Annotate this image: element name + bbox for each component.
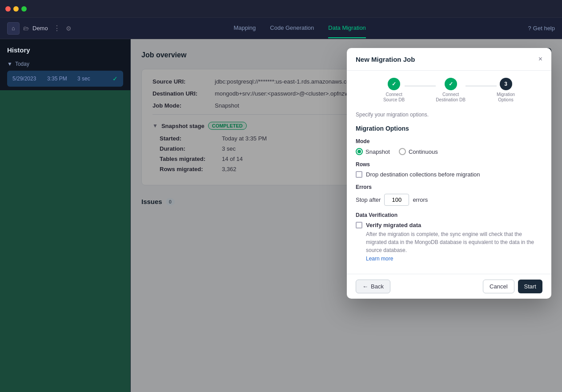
- drop-collections-checkbox-row[interactable]: Drop destination collections before migr…: [356, 171, 542, 178]
- sidebar-today-toggle[interactable]: ▼ Today: [7, 61, 123, 67]
- modal-header: New Migration Job ×: [347, 48, 551, 71]
- help-icon: ?: [528, 25, 531, 32]
- rows-label: Rows: [356, 161, 542, 168]
- step-line-1: [405, 86, 436, 86]
- options-title: Migration Options: [356, 125, 542, 132]
- more-options-button[interactable]: ⋮: [52, 24, 62, 32]
- help-label: Get help: [533, 25, 555, 32]
- verify-row: Verify migrated data After the migration…: [356, 222, 542, 262]
- tab-data-migration[interactable]: Data Migration: [328, 18, 366, 38]
- help-button[interactable]: ? Get help: [528, 25, 555, 32]
- stop-after-label: Stop after: [356, 196, 381, 203]
- check-icon: ✓: [112, 75, 118, 82]
- history-item-date: 5/29/2023: [12, 76, 44, 82]
- learn-more-link[interactable]: Learn more: [366, 256, 393, 262]
- folder-icon: 🗁: [23, 25, 29, 32]
- nav-bar: ⌂ 🗁 Demo ⋮ ⚙ Mapping Code Generation Dat…: [0, 18, 562, 39]
- modal-overlay: New Migration Job × ✓ ConnectSource DB ✓…: [131, 39, 562, 392]
- mode-section: Mode Snapshot Continuous: [356, 138, 542, 155]
- data-verification-label: Data Verification: [356, 212, 542, 218]
- verify-desc: After the migration is complete, the syn…: [366, 230, 542, 254]
- step-3-circle: 3: [500, 78, 512, 90]
- mode-label: Mode: [356, 138, 542, 144]
- back-button[interactable]: ← Back: [356, 280, 390, 293]
- tab-mapping[interactable]: Mapping: [233, 18, 256, 38]
- step-3-label: MigrationOptions: [497, 92, 515, 103]
- drop-collections-label: Drop destination collections before migr…: [366, 171, 480, 178]
- stop-after-row: Stop after 100 errors: [356, 194, 542, 206]
- close-button[interactable]: [5, 6, 11, 12]
- modal-body: Specify your migration options. Migratio…: [347, 106, 551, 274]
- nav-left: ⌂ 🗁 Demo ⋮ ⚙: [7, 22, 72, 35]
- content-area: Job overview Create sync job Source URI:…: [131, 39, 562, 392]
- errors-suffix: errors: [413, 196, 428, 203]
- project-name: Demo: [32, 25, 48, 32]
- verify-section: Verify migrated data After the migration…: [356, 222, 542, 262]
- sidebar-today-section: ▼ Today 5/29/2023 3:35 PM 3 sec ✓: [0, 57, 130, 90]
- step-migration-options: 3 MigrationOptions: [497, 78, 515, 103]
- traffic-lights: [5, 6, 27, 12]
- nav-tabs: Mapping Code Generation Data Migration: [75, 18, 525, 38]
- data-verification-section: Data Verification Verify migrated data A…: [356, 212, 542, 262]
- continuous-label: Continuous: [409, 148, 438, 155]
- errors-label: Errors: [356, 184, 542, 190]
- verify-title: Verify migrated data: [366, 222, 542, 228]
- settings-button[interactable]: ⚙: [66, 25, 72, 32]
- main-layout: History ▼ Today 5/29/2023 3:35 PM 3 sec …: [0, 39, 562, 392]
- rows-section: Rows Drop destination collections before…: [356, 161, 542, 178]
- continuous-radio-dot: [399, 148, 406, 155]
- step-2-circle: ✓: [445, 78, 457, 90]
- modal-title: New Migration Job: [356, 56, 415, 63]
- verify-text: Verify migrated data After the migration…: [366, 222, 542, 262]
- sidebar-title: History: [0, 39, 130, 57]
- minimize-button[interactable]: [13, 6, 19, 12]
- stepper: ✓ ConnectSource DB ✓ ConnectDestination …: [347, 71, 551, 106]
- history-item[interactable]: 5/29/2023 3:35 PM 3 sec ✓: [7, 71, 123, 87]
- modal-subtitle: Specify your migration options.: [356, 112, 542, 118]
- home-button[interactable]: ⌂: [7, 22, 20, 35]
- continuous-radio[interactable]: Continuous: [399, 148, 438, 155]
- verify-checkbox[interactable]: [356, 222, 362, 228]
- snapshot-radio[interactable]: Snapshot: [356, 148, 390, 155]
- cancel-button[interactable]: Cancel: [483, 280, 514, 293]
- drop-collections-checkbox[interactable]: [356, 171, 362, 178]
- maximize-button[interactable]: [21, 6, 27, 12]
- chevron-down-icon: ▼: [7, 61, 12, 67]
- step-2-label: ConnectDestination DB: [436, 92, 466, 103]
- history-item-time: 3:35 PM: [47, 76, 74, 82]
- stop-after-input[interactable]: 100: [384, 194, 409, 206]
- modal-close-button[interactable]: ×: [538, 55, 542, 63]
- step-connect-source: ✓ ConnectSource DB: [383, 78, 405, 103]
- step-1-circle: ✓: [388, 78, 400, 90]
- nav-right: ? Get help: [528, 25, 555, 32]
- snapshot-radio-dot: [356, 148, 363, 155]
- step-connect-dest: ✓ ConnectDestination DB: [436, 78, 466, 103]
- sidebar-bottom: [0, 90, 130, 392]
- back-icon: ←: [362, 283, 368, 290]
- step-1-label: ConnectSource DB: [383, 92, 405, 103]
- mode-radio-group: Snapshot Continuous: [356, 148, 542, 155]
- footer-right: Cancel Start: [483, 280, 542, 293]
- errors-section: Errors Stop after 100 errors: [356, 184, 542, 206]
- step-line-2: [466, 86, 497, 86]
- title-bar: [0, 0, 562, 18]
- tab-code-generation[interactable]: Code Generation: [270, 18, 314, 38]
- modal-footer: ← Back Cancel Start: [347, 274, 551, 299]
- sidebar: History ▼ Today 5/29/2023 3:35 PM 3 sec …: [0, 39, 131, 392]
- start-button[interactable]: Start: [518, 280, 542, 293]
- back-label: Back: [371, 283, 384, 290]
- snapshot-label: Snapshot: [365, 148, 390, 155]
- new-migration-job-modal: New Migration Job × ✓ ConnectSource DB ✓…: [347, 48, 551, 299]
- history-item-duration: 3 sec: [77, 76, 109, 82]
